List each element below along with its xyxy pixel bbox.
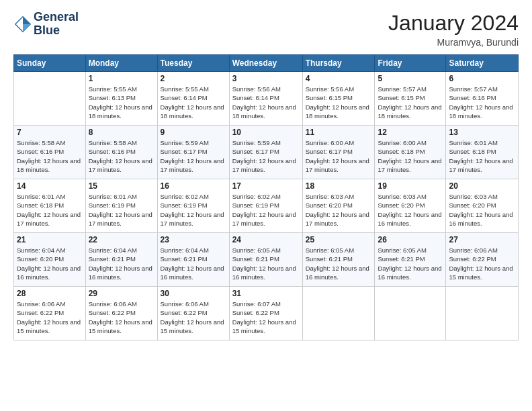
day-info: Sunrise: 5:55 AM Sunset: 6:13 PM Dayligh… [89, 85, 154, 120]
day-info: Sunrise: 6:06 AM Sunset: 6:22 PM Dayligh… [449, 246, 515, 281]
day-info: Sunrise: 5:57 AM Sunset: 6:16 PM Dayligh… [449, 85, 515, 120]
day-number: 12 [378, 128, 443, 137]
day-info: Sunrise: 6:06 AM Sunset: 6:22 PM Dayligh… [89, 300, 154, 335]
day-number: 26 [378, 235, 443, 244]
month-title: January 2024 [388, 11, 519, 36]
day-info: Sunrise: 6:03 AM Sunset: 6:20 PM Dayligh… [378, 192, 443, 228]
col-friday: Friday [375, 55, 446, 72]
table-cell: 3Sunrise: 5:56 AM Sunset: 6:14 PM Daylig… [229, 72, 302, 126]
header-row: Sunday Monday Tuesday Wednesday Thursday… [14, 55, 519, 72]
table-cell: 31Sunrise: 6:07 AM Sunset: 6:22 PM Dayli… [229, 287, 302, 340]
table-cell: 19Sunrise: 6:03 AM Sunset: 6:20 PM Dayli… [375, 179, 446, 233]
day-info: Sunrise: 5:58 AM Sunset: 6:16 PM Dayligh… [89, 138, 154, 174]
day-info: Sunrise: 6:04 AM Sunset: 6:21 PM Dayligh… [161, 246, 226, 281]
day-number: 16 [161, 181, 226, 191]
table-cell: 29Sunrise: 6:06 AM Sunset: 6:22 PM Dayli… [85, 287, 157, 340]
day-info: Sunrise: 6:01 AM Sunset: 6:19 PM Dayligh… [89, 192, 154, 228]
day-info: Sunrise: 5:57 AM Sunset: 6:15 PM Dayligh… [378, 85, 443, 120]
day-info: Sunrise: 6:02 AM Sunset: 6:19 PM Dayligh… [232, 192, 300, 228]
table-cell: 26Sunrise: 6:05 AM Sunset: 6:21 PM Dayli… [375, 233, 446, 287]
table-cell: 28Sunrise: 6:06 AM Sunset: 6:22 PM Dayli… [14, 287, 86, 340]
table-cell: 11Sunrise: 6:00 AM Sunset: 6:17 PM Dayli… [302, 126, 375, 179]
day-number: 3 [232, 74, 300, 83]
page: General Blue January 2024 Muramvya, Buru… [0, 0, 532, 411]
table-cell: 6Sunrise: 5:57 AM Sunset: 6:16 PM Daylig… [446, 72, 519, 126]
col-thursday: Thursday [302, 55, 375, 72]
table-cell: 7Sunrise: 5:58 AM Sunset: 6:16 PM Daylig… [14, 126, 86, 179]
table-cell: 13Sunrise: 6:01 AM Sunset: 6:18 PM Dayli… [446, 126, 519, 179]
day-info: Sunrise: 6:05 AM Sunset: 6:21 PM Dayligh… [232, 246, 300, 281]
table-cell: 12Sunrise: 6:00 AM Sunset: 6:18 PM Dayli… [375, 126, 446, 179]
table-cell: 8Sunrise: 5:58 AM Sunset: 6:16 PM Daylig… [85, 126, 157, 179]
logo-text: General Blue [34, 11, 79, 38]
table-cell: 18Sunrise: 6:03 AM Sunset: 6:20 PM Dayli… [302, 179, 375, 233]
table-cell: 30Sunrise: 6:06 AM Sunset: 6:22 PM Dayli… [157, 287, 229, 340]
day-info: Sunrise: 6:01 AM Sunset: 6:18 PM Dayligh… [17, 192, 83, 228]
location: Muramvya, Burundi [388, 37, 519, 48]
day-info: Sunrise: 6:00 AM Sunset: 6:18 PM Dayligh… [378, 138, 443, 174]
day-number: 5 [378, 74, 443, 83]
col-wednesday: Wednesday [229, 55, 302, 72]
table-cell [14, 72, 86, 126]
logo-line2: Blue [34, 24, 79, 38]
week-row: 14Sunrise: 6:01 AM Sunset: 6:18 PM Dayli… [14, 179, 519, 233]
day-number: 7 [17, 128, 83, 137]
table-cell [302, 287, 375, 340]
calendar-header: Sunday Monday Tuesday Wednesday Thursday… [14, 55, 519, 72]
day-number: 25 [306, 235, 372, 244]
day-number: 19 [378, 181, 443, 191]
day-number: 10 [232, 128, 300, 137]
logo-icon [13, 15, 32, 34]
table-cell: 1Sunrise: 5:55 AM Sunset: 6:13 PM Daylig… [85, 72, 157, 126]
day-info: Sunrise: 6:03 AM Sunset: 6:20 PM Dayligh… [306, 192, 372, 228]
day-number: 9 [161, 128, 226, 137]
table-cell: 20Sunrise: 6:03 AM Sunset: 6:20 PM Dayli… [446, 179, 519, 233]
week-row: 1Sunrise: 5:55 AM Sunset: 6:13 PM Daylig… [14, 72, 519, 126]
table-cell: 17Sunrise: 6:02 AM Sunset: 6:19 PM Dayli… [229, 179, 302, 233]
calendar-body: 1Sunrise: 5:55 AM Sunset: 6:13 PM Daylig… [14, 72, 519, 340]
col-sunday: Sunday [14, 55, 86, 72]
day-number: 15 [89, 181, 154, 191]
table-cell: 10Sunrise: 5:59 AM Sunset: 6:17 PM Dayli… [229, 126, 302, 179]
day-info: Sunrise: 6:05 AM Sunset: 6:21 PM Dayligh… [306, 246, 372, 281]
logo: General Blue [13, 11, 79, 38]
day-info: Sunrise: 6:05 AM Sunset: 6:21 PM Dayligh… [378, 246, 443, 281]
table-cell: 14Sunrise: 6:01 AM Sunset: 6:18 PM Dayli… [14, 179, 86, 233]
day-number: 30 [161, 289, 226, 298]
day-number: 31 [232, 289, 300, 298]
logo-line1: General [34, 11, 79, 24]
day-info: Sunrise: 6:04 AM Sunset: 6:21 PM Dayligh… [89, 246, 154, 281]
day-info: Sunrise: 5:55 AM Sunset: 6:14 PM Dayligh… [161, 85, 226, 120]
day-number: 13 [449, 128, 515, 137]
day-number: 1 [89, 74, 154, 83]
week-row: 7Sunrise: 5:58 AM Sunset: 6:16 PM Daylig… [14, 126, 519, 179]
title-block: January 2024 Muramvya, Burundi [388, 11, 519, 48]
day-info: Sunrise: 5:56 AM Sunset: 6:15 PM Dayligh… [306, 85, 372, 120]
table-cell: 4Sunrise: 5:56 AM Sunset: 6:15 PM Daylig… [302, 72, 375, 126]
day-number: 6 [449, 74, 515, 83]
day-info: Sunrise: 6:02 AM Sunset: 6:19 PM Dayligh… [161, 192, 226, 228]
col-monday: Monday [85, 55, 157, 72]
table-cell: 24Sunrise: 6:05 AM Sunset: 6:21 PM Dayli… [229, 233, 302, 287]
day-info: Sunrise: 5:59 AM Sunset: 6:17 PM Dayligh… [232, 138, 300, 174]
week-row: 28Sunrise: 6:06 AM Sunset: 6:22 PM Dayli… [14, 287, 519, 340]
day-number: 29 [89, 289, 154, 298]
day-number: 8 [89, 128, 154, 137]
day-info: Sunrise: 6:06 AM Sunset: 6:22 PM Dayligh… [17, 300, 83, 335]
table-cell: 16Sunrise: 6:02 AM Sunset: 6:19 PM Dayli… [157, 179, 229, 233]
table-cell: 23Sunrise: 6:04 AM Sunset: 6:21 PM Dayli… [157, 233, 229, 287]
table-cell: 21Sunrise: 6:04 AM Sunset: 6:20 PM Dayli… [14, 233, 86, 287]
day-number: 2 [161, 74, 226, 83]
header: General Blue January 2024 Muramvya, Buru… [13, 11, 519, 48]
day-info: Sunrise: 6:00 AM Sunset: 6:17 PM Dayligh… [306, 138, 372, 174]
day-number: 14 [17, 181, 83, 191]
day-number: 27 [449, 235, 515, 244]
day-info: Sunrise: 5:59 AM Sunset: 6:17 PM Dayligh… [161, 138, 226, 174]
calendar: Sunday Monday Tuesday Wednesday Thursday… [13, 54, 519, 340]
day-number: 4 [306, 74, 372, 83]
day-info: Sunrise: 6:04 AM Sunset: 6:20 PM Dayligh… [17, 246, 83, 281]
day-info: Sunrise: 6:01 AM Sunset: 6:18 PM Dayligh… [449, 138, 515, 174]
week-row: 21Sunrise: 6:04 AM Sunset: 6:20 PM Dayli… [14, 233, 519, 287]
table-cell: 22Sunrise: 6:04 AM Sunset: 6:21 PM Dayli… [85, 233, 157, 287]
col-tuesday: Tuesday [157, 55, 229, 72]
